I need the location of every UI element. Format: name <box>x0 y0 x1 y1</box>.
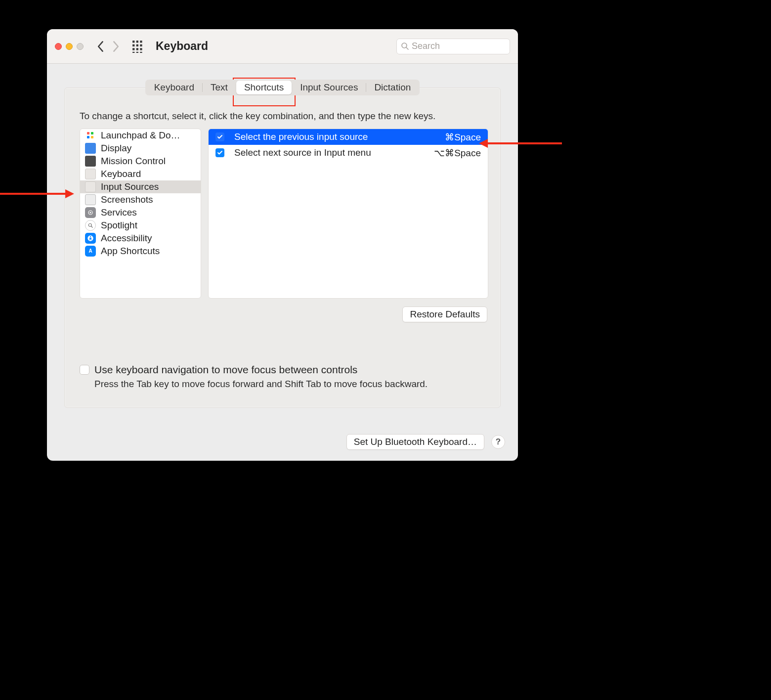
svg-rect-3 <box>132 44 134 46</box>
category-list[interactable]: Launchpad & Do… Display Mission Control … <box>80 129 201 299</box>
checkbox[interactable] <box>215 148 224 157</box>
checkbox[interactable] <box>215 132 224 141</box>
svg-rect-5 <box>140 44 142 46</box>
shortcut-keys[interactable]: ⌥⌘Space <box>434 147 481 159</box>
svg-rect-15 <box>91 132 93 134</box>
svg-text:A: A <box>88 248 92 254</box>
sidebar-item-accessibility[interactable]: Accessibility <box>80 232 201 245</box>
sidebar-item-label: Accessibility <box>101 233 152 244</box>
app-shortcuts-icon: A <box>85 246 96 257</box>
tabs: Keyboard Text Shortcuts Input Sources Di… <box>60 80 505 95</box>
tab-keyboard[interactable]: Keyboard <box>146 81 202 94</box>
forward-button[interactable] <box>111 41 120 52</box>
shortcut-keys[interactable]: ⌘Space <box>445 131 481 143</box>
svg-rect-10 <box>136 51 138 52</box>
preferences-window: Keyboard Keyboard Text Shortcuts Input S… <box>47 29 518 461</box>
kbnav-checkbox[interactable] <box>80 365 89 375</box>
sidebar-item-display[interactable]: Display <box>80 142 201 155</box>
svg-rect-4 <box>136 44 138 46</box>
svg-rect-17 <box>91 136 93 138</box>
svg-rect-9 <box>132 51 134 52</box>
svg-rect-14 <box>87 132 89 134</box>
tab-dictation[interactable]: Dictation <box>366 81 419 94</box>
sidebar-item-keyboard[interactable]: Keyboard <box>80 168 201 180</box>
svg-rect-6 <box>132 48 134 50</box>
search-field[interactable] <box>396 39 510 54</box>
sidebar-item-app-shortcuts[interactable]: A App Shortcuts <box>80 245 201 258</box>
shortcut-row[interactable]: Select next source in Input menu ⌥⌘Space <box>209 145 488 161</box>
sidebar-item-screenshots[interactable]: Screenshots <box>80 193 201 206</box>
show-all-button[interactable] <box>132 40 145 53</box>
search-icon <box>401 41 409 52</box>
sidebar-item-label: Services <box>101 207 137 218</box>
shortcut-label: Select the previous input source <box>234 131 435 142</box>
sidebar-item-input-sources[interactable]: Input Sources <box>80 180 201 193</box>
tab-input-sources[interactable]: Input Sources <box>292 81 366 94</box>
sidebar-item-services[interactable]: Services <box>80 206 201 219</box>
help-button[interactable]: ? <box>491 435 505 449</box>
accessibility-icon <box>85 233 96 244</box>
sidebar-item-spotlight[interactable]: Spotlight <box>80 219 201 232</box>
keyboard-icon <box>85 169 96 179</box>
shortcut-label: Select next source in Input menu <box>234 147 424 158</box>
shortcuts-panel: To change a shortcut, select it, click t… <box>64 88 501 408</box>
display-icon <box>85 143 96 154</box>
shortcut-list[interactable]: Select the previous input source ⌘Space … <box>208 129 488 299</box>
mission-control-icon <box>85 156 96 167</box>
back-button[interactable] <box>96 41 105 52</box>
svg-rect-0 <box>132 41 134 43</box>
svg-rect-11 <box>140 51 142 52</box>
sidebar-item-label: Launchpad & Do… <box>101 130 180 141</box>
kbnav-description: Press the Tab key to move focus forward … <box>94 379 488 390</box>
nav-arrows <box>96 41 120 52</box>
svg-point-20 <box>88 223 91 226</box>
keyboard-icon <box>85 181 96 192</box>
spotlight-icon <box>85 220 96 231</box>
minimize-icon[interactable] <box>66 43 73 50</box>
services-icon <box>85 207 96 218</box>
footer: Set Up Bluetooth Keyboard… ? <box>47 426 518 461</box>
kbnav-label: Use keyboard navigation to move focus be… <box>94 364 357 376</box>
sidebar-item-launchpad[interactable]: Launchpad & Do… <box>80 129 201 142</box>
page-title: Keyboard <box>156 40 208 53</box>
sidebar-item-mission-control[interactable]: Mission Control <box>80 155 201 168</box>
sidebar-item-label: Screenshots <box>101 194 153 205</box>
svg-line-21 <box>91 226 93 228</box>
close-icon[interactable] <box>55 43 62 50</box>
tab-shortcuts[interactable]: Shortcuts <box>236 81 292 94</box>
setup-bluetooth-button[interactable]: Set Up Bluetooth Keyboard… <box>346 434 484 450</box>
screenshots-icon <box>85 194 96 205</box>
svg-rect-1 <box>136 41 138 43</box>
svg-line-13 <box>406 47 408 49</box>
shortcut-row[interactable]: Select the previous input source ⌘Space <box>209 129 488 145</box>
window-controls <box>55 43 84 50</box>
svg-rect-2 <box>140 41 142 43</box>
sidebar-item-label: Display <box>101 143 131 154</box>
svg-point-19 <box>90 212 91 214</box>
svg-point-23 <box>90 236 91 237</box>
tab-text[interactable]: Text <box>203 81 236 94</box>
toolbar: Keyboard <box>47 29 518 64</box>
sidebar-item-label: Spotlight <box>101 220 137 231</box>
svg-rect-7 <box>136 48 138 50</box>
svg-rect-16 <box>87 136 89 138</box>
zoom-icon[interactable] <box>77 43 84 50</box>
launchpad-icon <box>85 130 96 141</box>
instruction-text: To change a shortcut, select it, click t… <box>80 111 488 122</box>
sidebar-item-label: Mission Control <box>101 156 166 167</box>
body: Keyboard Text Shortcuts Input Sources Di… <box>47 64 518 426</box>
restore-defaults-button[interactable]: Restore Defaults <box>402 306 487 322</box>
svg-rect-8 <box>140 48 142 50</box>
sidebar-item-label: Keyboard <box>101 169 141 179</box>
sidebar-item-label: App Shortcuts <box>101 246 160 257</box>
sidebar-item-label: Input Sources <box>101 181 159 192</box>
search-input[interactable] <box>412 41 506 51</box>
